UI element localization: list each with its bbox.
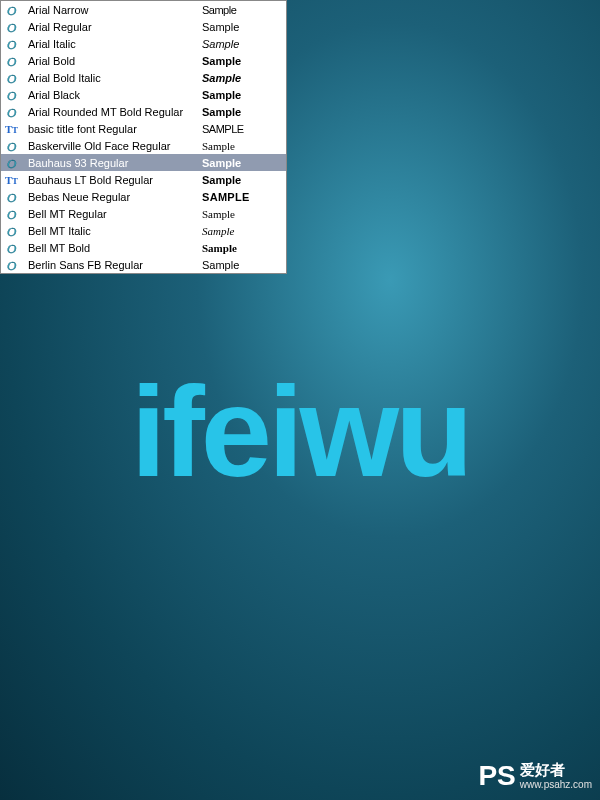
watermark-url: www.psahz.com (520, 779, 592, 790)
font-sample-label: SAMPLE (202, 191, 283, 203)
svg-text:O: O (7, 54, 17, 68)
font-sample-label: SAMPLE (202, 123, 283, 135)
svg-text:O: O (7, 3, 17, 17)
opentype-icon: O (4, 20, 22, 34)
watermark: PS 爱好者 www.psahz.com (478, 760, 592, 792)
font-name-label: Arial Bold (22, 55, 202, 67)
font-name-label: Bell MT Italic (22, 225, 202, 237)
font-row[interactable]: OBebas Neue RegularSAMPLE (1, 188, 286, 205)
font-sample-label: Sample (202, 106, 283, 118)
font-sample-label: Sample (202, 174, 283, 186)
opentype-icon: O (4, 88, 22, 102)
font-sample-label: Sample (202, 72, 283, 84)
font-name-label: Bauhaus LT Bold Regular (22, 174, 202, 186)
font-row[interactable]: OBauhaus 93 RegularSample (1, 154, 286, 171)
font-row[interactable]: OBell MT RegularSample (1, 205, 286, 222)
svg-text:O: O (7, 258, 17, 272)
font-row[interactable]: OBell MT ItalicSample (1, 222, 286, 239)
font-name-label: Bauhaus 93 Regular (22, 157, 202, 169)
font-row[interactable]: OBaskerville Old Face RegularSample (1, 137, 286, 154)
svg-text:O: O (7, 37, 17, 51)
font-row[interactable]: OBerlin Sans FB RegularSample (1, 256, 286, 273)
svg-text:T: T (12, 176, 18, 186)
watermark-title: 爱好者 (520, 762, 592, 779)
font-sample-label: Sample (202, 21, 283, 33)
svg-text:O: O (7, 20, 17, 34)
opentype-icon: O (4, 3, 22, 17)
truetype-icon: TT (4, 122, 22, 136)
truetype-icon: TT (4, 173, 22, 187)
opentype-icon: O (4, 190, 22, 204)
watermark-logo: PS (478, 760, 515, 792)
font-sample-label: Sample (202, 140, 283, 152)
font-name-label: Arial Bold Italic (22, 72, 202, 84)
font-name-label: Berlin Sans FB Regular (22, 259, 202, 271)
font-row[interactable]: OArial NarrowSample (1, 1, 286, 18)
font-row[interactable]: TTBauhaus LT Bold RegularSample (1, 171, 286, 188)
font-row[interactable]: OArial RegularSample (1, 18, 286, 35)
font-name-label: Bell MT Bold (22, 242, 202, 254)
font-dropdown[interactable]: OArial NarrowSampleOArial RegularSampleO… (0, 0, 287, 274)
canvas-text: ifeiwu (131, 368, 470, 496)
font-sample-label: Sample (202, 38, 283, 50)
font-sample-label: Sample (202, 225, 283, 237)
font-name-label: Bell MT Regular (22, 208, 202, 220)
font-name-label: basic title font Regular (22, 123, 202, 135)
opentype-icon: O (4, 224, 22, 238)
font-sample-label: Sample (202, 4, 283, 16)
svg-text:O: O (7, 190, 17, 204)
font-row[interactable]: OArial BoldSample (1, 52, 286, 69)
opentype-icon: O (4, 71, 22, 85)
svg-text:O: O (7, 241, 17, 255)
svg-text:T: T (12, 125, 18, 135)
opentype-icon: O (4, 156, 22, 170)
svg-text:O: O (7, 105, 17, 119)
font-name-label: Arial Rounded MT Bold Regular (22, 106, 202, 118)
opentype-icon: O (4, 207, 22, 221)
font-row[interactable]: OArial ItalicSample (1, 35, 286, 52)
font-sample-label: Sample (202, 242, 283, 254)
font-sample-label: Sample (202, 55, 283, 67)
font-sample-label: Sample (202, 89, 283, 101)
font-name-label: Bebas Neue Regular (22, 191, 202, 203)
font-row[interactable]: TTbasic title font RegularSAMPLE (1, 120, 286, 137)
svg-text:O: O (7, 88, 17, 102)
font-name-label: Arial Regular (22, 21, 202, 33)
svg-text:O: O (7, 224, 17, 238)
opentype-icon: O (4, 139, 22, 153)
opentype-icon: O (4, 241, 22, 255)
font-row[interactable]: OArial Rounded MT Bold RegularSample (1, 103, 286, 120)
font-sample-label: Sample (202, 208, 283, 220)
opentype-icon: O (4, 105, 22, 119)
font-sample-label: Sample (202, 259, 283, 271)
opentype-icon: O (4, 37, 22, 51)
svg-text:O: O (7, 156, 17, 170)
font-name-label: Baskerville Old Face Regular (22, 140, 202, 152)
svg-text:O: O (7, 71, 17, 85)
font-name-label: Arial Black (22, 89, 202, 101)
font-row[interactable]: OArial BlackSample (1, 86, 286, 103)
svg-text:O: O (7, 139, 17, 153)
font-name-label: Arial Italic (22, 38, 202, 50)
font-row[interactable]: OArial Bold ItalicSample (1, 69, 286, 86)
font-sample-label: Sample (202, 157, 283, 169)
font-name-label: Arial Narrow (22, 4, 202, 16)
svg-text:O: O (7, 207, 17, 221)
font-row[interactable]: OBell MT BoldSample (1, 239, 286, 256)
opentype-icon: O (4, 258, 22, 272)
opentype-icon: O (4, 54, 22, 68)
